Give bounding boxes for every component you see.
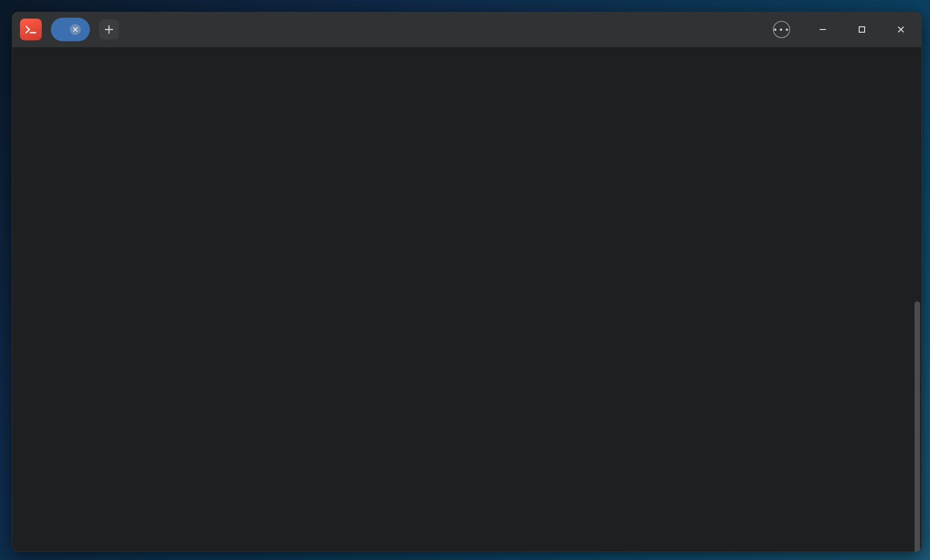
terminal-icon (25, 23, 37, 36)
vertical-scrollbar[interactable] (915, 301, 920, 552)
active-tab[interactable] (51, 18, 90, 41)
new-tab-button[interactable] (99, 20, 119, 39)
minimize-icon (818, 25, 827, 34)
tab-close-button[interactable] (70, 24, 81, 35)
more-menu-button[interactable]: ••• (773, 21, 790, 38)
maximize-button[interactable] (856, 23, 868, 36)
terminal-body[interactable] (12, 47, 922, 552)
maximize-icon (858, 25, 866, 34)
close-icon (896, 25, 905, 34)
terminal-window: ••• (12, 12, 922, 552)
svg-rect-2 (859, 27, 865, 32)
window-controls: ••• (773, 21, 907, 38)
titlebar: ••• (12, 12, 922, 47)
app-icon[interactable] (20, 19, 42, 40)
minimize-button[interactable] (816, 23, 829, 36)
close-icon (73, 27, 78, 32)
close-window-button[interactable] (895, 23, 907, 36)
ellipsis-icon: ••• (773, 25, 791, 34)
plus-icon (104, 25, 114, 34)
